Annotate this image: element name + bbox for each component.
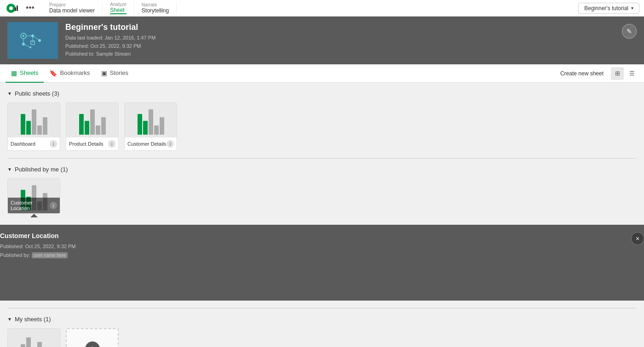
create-sheet-plus-icon: + [85,341,100,347]
popup-published-by: Published by: user name here [0,251,624,260]
tutorial-button[interactable]: Beginner's tutorial ▾ [578,3,639,14]
nav-prepare[interactable]: Prepare Data model viewer [42,2,103,14]
dashboard-label: Dashboard [11,141,50,147]
popup-author: user name here [32,252,68,258]
app-title: Beginner's tutorial [65,23,637,32]
sheets-icon: ▦ [11,69,17,77]
popup-arrow-icon [30,214,38,217]
sheet-card-dashboard[interactable]: Dashboard i [7,102,60,151]
product-details-info-icon[interactable]: i [108,140,115,148]
sheet-card-customer-details[interactable]: Customer Details i [124,102,177,151]
customer-location-popup: Customer Location Published: Oct 25, 202… [0,225,644,278]
dashboard-info-icon[interactable]: i [50,140,57,148]
tabs-bar: ▦ Sheets 🔖 Bookmarks ▣ Stories Create ne… [0,64,644,83]
private-sheet-thumbnail [8,329,60,347]
popup-close-button[interactable]: × [631,232,644,245]
tab-bookmarks-label: Bookmarks [60,69,90,76]
grid-view-button[interactable]: ⊞ [611,67,624,80]
published-by-me-arrow-icon: ▼ [7,167,12,172]
logo[interactable] [5,3,21,14]
tab-stories-label: Stories [110,69,128,76]
my-sheets-title: My sheets (1) [15,316,51,323]
my-sheets-arrow-icon: ▼ [7,317,12,322]
popup-meta: Published: Oct 25, 2022, 9:32 PM Publish… [0,242,624,259]
product-details-thumbnail [66,103,118,137]
divider-1 [7,158,637,159]
svg-point-6 [23,35,24,37]
published-by-me-title: Published by me (1) [15,166,68,173]
popup-published: Published: Oct 25, 2022, 9:32 PM [0,242,624,251]
published-by-me-grid: Customer Location i [7,178,637,217]
nav-prepare-link: Data model viewer [49,7,95,14]
nav-analyze[interactable]: Analyze Sheet [103,2,134,14]
public-sheets-arrow-icon: ▼ [7,91,12,96]
customer-details-label: Customer Details [127,141,167,147]
edit-button[interactable]: ✎ [622,24,637,39]
list-view-button[interactable]: ☰ [626,67,638,80]
app-info: Beginner's tutorial Data last loaded: Ja… [65,23,637,58]
nav-analyze-link: Sheet [110,7,126,14]
nav-narrate[interactable]: Narrate Storytelling [134,2,177,14]
my-sheets-content: ▼ My sheets (1) Private sheet – sample i [0,301,644,347]
stories-icon: ▣ [101,69,107,77]
svg-point-1 [9,6,13,10]
popup-title: Customer Location [0,232,624,239]
product-details-label: Product Details [69,141,108,147]
customer-details-label-row: Customer Details i [125,137,177,150]
nav-narrate-label: Narrate [142,2,169,7]
tab-sheets-label: Sheets [20,69,38,76]
nav-more-dots[interactable]: ••• [26,3,34,13]
app-header: Beginner's tutorial Data last loaded: Ja… [0,17,644,64]
qlik-logo-icon [5,3,21,14]
tab-stories[interactable]: ▣ Stories [96,64,134,83]
tab-sheets[interactable]: ▦ Sheets [6,64,44,83]
tutorial-chevron-icon: ▾ [631,6,633,11]
top-nav: ••• Prepare Data model viewer Analyze Sh… [0,0,644,17]
published-by-me-section-header[interactable]: ▼ Published by me (1) [7,166,637,173]
main-content: ▼ Public sheets (3) Dashboard i [0,83,644,225]
divider-2 [7,308,637,308]
popup-spacer [0,278,644,301]
nav-analyze-label: Analyze [110,2,126,7]
svg-point-14 [29,46,31,48]
svg-rect-2 [15,7,16,11]
app-data-loaded: Data last loaded: Jan 12, 2016, 1:47 PM [65,34,637,42]
public-sheets-grid: Dashboard i Product Details i [7,102,637,151]
create-new-sheet-card[interactable]: + Create new sheet [66,328,119,347]
sheet-card-private[interactable]: Private sheet – sample i [7,328,60,347]
view-toggle: ⊞ ☰ [611,67,638,80]
create-new-sheet-button[interactable]: Create new sheet [557,68,607,79]
my-sheets-grid: Private sheet – sample i + Create new sh… [7,328,637,347]
svg-rect-3 [17,6,18,11]
app-published-to: Published to: Sample Stream [65,50,637,58]
app-published: Published: Oct 25, 2022, 9:32 PM [65,42,637,51]
customer-location-label-row: Customer Location i [8,198,60,213]
app-meta: Data last loaded: Jan 12, 2016, 1:47 PM … [65,34,637,58]
public-sheets-title: Public sheets (3) [15,90,59,97]
customer-location-label: Customer Location [11,200,50,211]
app-thumbnail-image [14,27,51,54]
customer-location-wrapper: Customer Location i [7,178,60,217]
nav-prepare-label: Prepare [49,2,95,7]
my-sheets-section-header[interactable]: ▼ My sheets (1) [7,316,637,323]
public-sheets-section-header[interactable]: ▼ Public sheets (3) [7,90,637,97]
sheet-card-product-details[interactable]: Product Details i [66,102,119,151]
bookmarks-icon: 🔖 [49,69,57,77]
product-details-label-row: Product Details i [66,137,118,150]
customer-details-info-icon[interactable]: i [167,140,174,148]
customer-details-thumbnail [125,103,177,137]
app-thumbnail [7,22,58,59]
sheet-card-customer-location[interactable]: Customer Location i [7,178,60,214]
tutorial-button-label: Beginner's tutorial [584,5,628,11]
tab-bookmarks[interactable]: 🔖 Bookmarks [44,64,95,83]
svg-point-10 [38,39,41,42]
nav-narrate-link: Storytelling [142,7,169,14]
dashboard-thumbnail [8,103,60,137]
dashboard-label-row: Dashboard i [8,137,60,150]
customer-location-info-icon[interactable]: i [50,202,57,209]
